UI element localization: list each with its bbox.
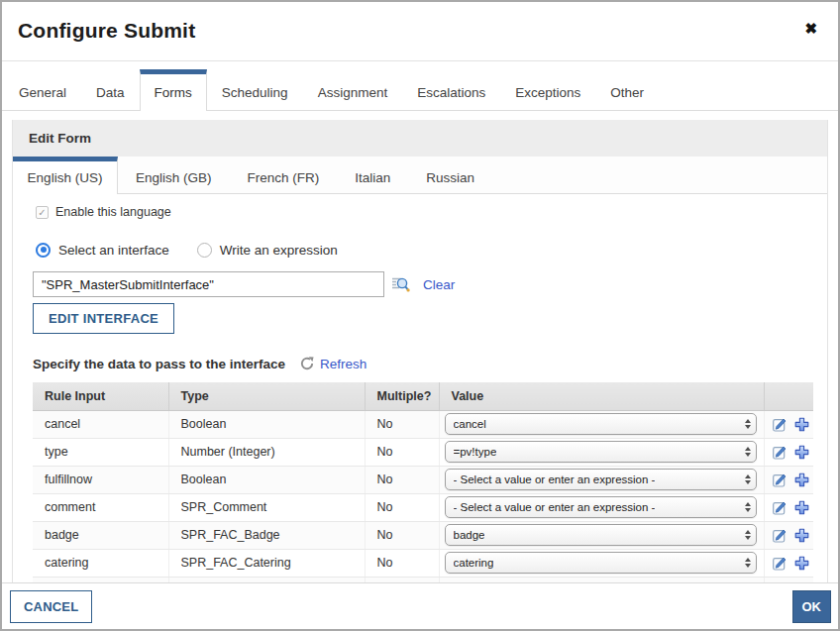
main-tab-label: Scheduling [222, 85, 288, 100]
select-stepper-icon [745, 502, 751, 512]
radio-selected-icon[interactable] [36, 243, 51, 258]
edit-expression-icon[interactable] [773, 445, 788, 460]
main-tab[interactable]: Assignment [303, 69, 403, 110]
refresh-icon[interactable] [300, 357, 314, 370]
header-value: Value [439, 382, 764, 410]
language-tab-label: Italian [355, 170, 390, 185]
edit-interface-button[interactable]: EDIT INTERFACE [33, 303, 174, 334]
add-value-icon[interactable] [794, 417, 809, 432]
close-icon[interactable]: ✖ [804, 21, 817, 36]
edit-expression-icon[interactable] [773, 528, 788, 543]
value-select[interactable]: - Select a value or enter an expression … [445, 469, 757, 490]
language-tab-label: Russian [426, 170, 474, 185]
select-stepper-icon [745, 419, 751, 429]
cancel-button[interactable]: CANCEL [10, 590, 92, 623]
radio-unselected-icon[interactable] [197, 243, 212, 258]
main-tab[interactable]: Data [81, 69, 140, 110]
specify-data-row: Specify the data to pass to the interfac… [33, 355, 807, 372]
add-value-icon[interactable] [794, 445, 809, 460]
table-row: badge SPR_FAC_Badge No badge [33, 521, 813, 549]
select-interface-option[interactable]: Select an interface [36, 243, 169, 258]
main-tab[interactable]: General [4, 69, 81, 110]
write-expression-label: Write an expression [220, 243, 338, 258]
table-header-row: Rule Input Type Multiple? Value [33, 382, 813, 410]
main-tab[interactable]: Exceptions [500, 69, 595, 110]
value-cell: cancel [439, 410, 764, 438]
main-tab-label: Forms [155, 85, 192, 100]
header-rule-input: Rule Input [33, 382, 168, 410]
value-cell: catering [439, 549, 764, 577]
add-value-icon[interactable] [794, 500, 809, 515]
row-actions-cell [764, 466, 813, 493]
main-tab-bar: General Data Forms Scheduling Assignment… [2, 61, 838, 111]
main-tab-label: Other [610, 85, 644, 100]
row-actions-cell [764, 521, 813, 549]
value-cell: =pv!type [439, 438, 764, 466]
browse-interface-icon[interactable] [391, 276, 410, 293]
value-select[interactable]: cancel [445, 413, 757, 435]
dialog-footer: CANCEL OK [2, 582, 838, 629]
edit-form-panel-title: Edit Form [13, 120, 827, 157]
language-tab[interactable]: English (US) [13, 157, 118, 194]
rule-input-cell: type [33, 438, 168, 466]
select-interface-label: Select an interface [58, 243, 169, 258]
add-value-icon[interactable] [794, 528, 809, 543]
table-row: comment SPR_Comment No - Select a value … [33, 493, 813, 521]
rule-input-cell: cancel [33, 410, 168, 438]
add-value-icon[interactable] [794, 556, 809, 571]
multiple-cell: No [365, 549, 439, 577]
table-row: cancel Boolean No cancel [33, 410, 813, 438]
language-tab-label: English (GB) [136, 170, 212, 185]
type-cell: Boolean [168, 410, 365, 438]
language-tab[interactable]: Russian [408, 157, 492, 193]
language-tab[interactable]: English (GB) [118, 157, 230, 193]
main-tab-label: General [19, 85, 66, 100]
enable-language-checkbox[interactable]: ✓ [36, 206, 49, 219]
refresh-link[interactable]: Refresh [320, 357, 367, 371]
value-select[interactable]: - Select a value or enter an expression … [445, 496, 757, 518]
form-body: ✓ Enable this language Select an interfa… [13, 194, 827, 582]
row-actions-cell [764, 549, 813, 577]
specify-data-label: Specify the data to pass to the interfac… [33, 357, 285, 371]
select-stepper-icon [745, 447, 751, 457]
header-multiple: Multiple? [365, 382, 439, 410]
table-row: catering SPR_FAC_Catering No catering [33, 549, 813, 577]
edit-expression-icon[interactable] [773, 417, 788, 432]
table-row: fulfillnow Boolean No - Select a value o… [33, 466, 813, 493]
write-expression-option[interactable]: Write an expression [197, 243, 338, 258]
dialog-header: Configure Submit ✖ [2, 2, 838, 61]
ok-button[interactable]: OK [792, 590, 832, 623]
language-tab-label: French (FR) [248, 170, 320, 185]
select-stepper-icon [745, 530, 751, 540]
main-tab[interactable]: Escalations [402, 69, 500, 110]
row-actions-cell [764, 438, 813, 466]
main-tab-label: Data [96, 85, 125, 100]
edit-expression-icon[interactable] [773, 473, 788, 487]
main-tab[interactable]: Scheduling [207, 69, 303, 110]
rule-input-cell: catering [33, 549, 168, 577]
edit-expression-icon[interactable] [773, 556, 788, 571]
multiple-cell: No [365, 466, 439, 493]
language-tab[interactable]: French (FR) [230, 157, 338, 193]
main-tab-label: Assignment [318, 85, 388, 100]
clear-link[interactable]: Clear [423, 277, 455, 292]
value-select[interactable]: badge [445, 524, 757, 546]
header-type: Type [168, 382, 365, 410]
add-value-icon[interactable] [794, 473, 809, 487]
value-select[interactable]: catering [445, 552, 757, 574]
value-cell: - Select a value or enter an expression … [439, 466, 764, 493]
edit-expression-icon[interactable] [773, 500, 788, 515]
value-select[interactable]: =pv!type [445, 441, 757, 463]
language-tab[interactable]: Italian [337, 157, 408, 193]
multiple-cell: No [365, 410, 439, 438]
header-actions [764, 382, 813, 410]
rule-input-cell: badge [33, 521, 168, 549]
main-tab[interactable]: Forms [140, 69, 207, 111]
type-cell: Number (Integer) [168, 438, 365, 466]
edit-form-panel: Edit Form English (US) English (GB) Fren… [12, 120, 828, 582]
interface-source-radios: Select an interface Write an expression [36, 242, 807, 258]
type-cell: SPR_FAC_Badge [168, 521, 365, 549]
main-tab[interactable]: Other [595, 69, 659, 110]
multiple-cell: No [365, 493, 439, 521]
interface-input[interactable] [33, 271, 384, 297]
